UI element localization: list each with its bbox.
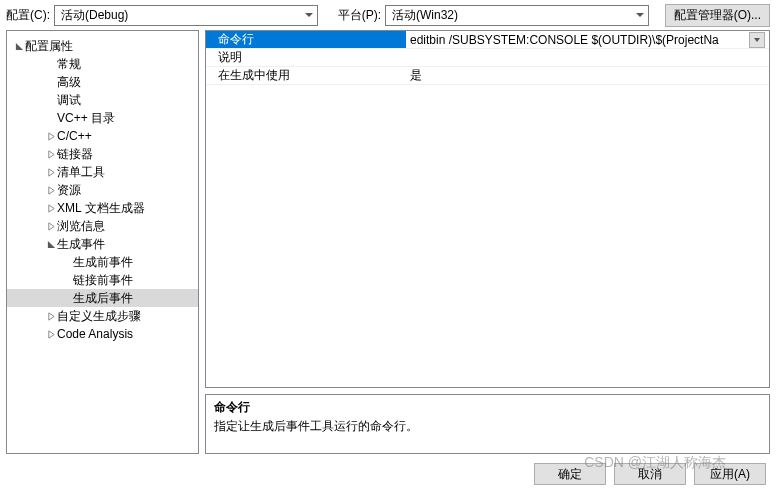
- apply-button[interactable]: 应用(A): [694, 463, 766, 485]
- svg-marker-5: [48, 204, 53, 211]
- platform-combo[interactable]: 活动(Win32): [385, 5, 649, 26]
- tree-item-label: 生成事件: [57, 235, 105, 253]
- svg-marker-7: [47, 240, 54, 247]
- ok-button[interactable]: 确定: [534, 463, 606, 485]
- tree-item-label: Code Analysis: [57, 325, 133, 343]
- config-manager-button[interactable]: 配置管理器(O)...: [665, 4, 770, 27]
- tree-spacer: [45, 76, 57, 88]
- tree-item[interactable]: 常规: [7, 55, 198, 73]
- tree-item-label: 资源: [57, 181, 81, 199]
- tree-item-label: XML 文档生成器: [57, 199, 145, 217]
- tree-item-label: 链接前事件: [73, 271, 133, 289]
- svg-marker-4: [48, 186, 53, 193]
- property-grid[interactable]: 命令行editbin /SUBSYSTEM:CONSOLE $(OUTDIR)\…: [205, 30, 770, 388]
- description-box: 命令行 指定让生成后事件工具运行的命令行。: [205, 394, 770, 454]
- tree-item[interactable]: 生成事件: [7, 235, 198, 253]
- grid-cell-value[interactable]: 是: [406, 67, 769, 84]
- tree-item[interactable]: 生成后事件: [7, 289, 198, 307]
- tree-item-label: 调试: [57, 91, 81, 109]
- description-title: 命令行: [214, 399, 761, 416]
- tree-item-root[interactable]: 配置属性: [7, 37, 198, 55]
- tree-item[interactable]: VC++ 目录: [7, 109, 198, 127]
- tree-item-label: 高级: [57, 73, 81, 91]
- tree-item-label: 配置属性: [25, 37, 73, 55]
- grid-cell-name: 说明: [206, 49, 406, 66]
- svg-marker-1: [48, 132, 53, 139]
- tree-item[interactable]: 清单工具: [7, 163, 198, 181]
- chevron-down-icon: [754, 38, 760, 42]
- tree-item-label: 清单工具: [57, 163, 105, 181]
- triangle-closed-icon[interactable]: [45, 202, 57, 214]
- grid-row[interactable]: 命令行editbin /SUBSYSTEM:CONSOLE $(OUTDIR)\…: [206, 31, 769, 49]
- tree-item[interactable]: 资源: [7, 181, 198, 199]
- chevron-down-icon: [305, 13, 313, 17]
- grid-cell-name: 命令行: [206, 31, 406, 48]
- triangle-closed-icon[interactable]: [45, 148, 57, 160]
- tree-spacer: [61, 256, 73, 268]
- tree-item[interactable]: 链接前事件: [7, 271, 198, 289]
- tree-item-label: 链接器: [57, 145, 93, 163]
- tree-item[interactable]: 生成前事件: [7, 253, 198, 271]
- triangle-closed-icon[interactable]: [45, 310, 57, 322]
- tree-spacer: [45, 58, 57, 70]
- grid-row[interactable]: 在生成中使用是: [206, 67, 769, 85]
- triangle-closed-icon[interactable]: [45, 130, 57, 142]
- tree-spacer: [45, 94, 57, 106]
- description-text: 指定让生成后事件工具运行的命令行。: [214, 418, 761, 435]
- tree-spacer: [61, 292, 73, 304]
- grid-value-text: editbin /SUBSYSTEM:CONSOLE $(OUTDIR)\$(P…: [410, 33, 719, 47]
- dialog-footer: 确定 取消 应用(A): [0, 454, 776, 494]
- grid-value-text: 是: [410, 67, 422, 84]
- config-combo[interactable]: 活动(Debug): [54, 5, 318, 26]
- triangle-closed-icon[interactable]: [45, 166, 57, 178]
- tree-spacer: [61, 274, 73, 286]
- grid-cell-value[interactable]: [406, 49, 769, 66]
- triangle-open-icon: [13, 40, 25, 52]
- config-value: 活动(Debug): [61, 7, 128, 24]
- tree-panel[interactable]: 配置属性常规高级调试VC++ 目录C/C++链接器清单工具资源XML 文档生成器…: [6, 30, 199, 454]
- tree-item-label: C/C++: [57, 127, 92, 145]
- tree-item[interactable]: Code Analysis: [7, 325, 198, 343]
- toolbar: 配置(C): 活动(Debug) 平台(P): 活动(Win32) 配置管理器(…: [0, 0, 776, 30]
- tree-item-label: 生成后事件: [73, 289, 133, 307]
- tree-item[interactable]: 浏览信息: [7, 217, 198, 235]
- chevron-down-icon: [636, 13, 644, 17]
- svg-marker-2: [48, 150, 53, 157]
- tree-item[interactable]: 自定义生成步骤: [7, 307, 198, 325]
- svg-marker-9: [48, 330, 53, 337]
- triangle-open-icon[interactable]: [45, 238, 57, 250]
- tree-item[interactable]: XML 文档生成器: [7, 199, 198, 217]
- platform-value: 活动(Win32): [392, 7, 458, 24]
- config-label: 配置(C):: [6, 7, 50, 24]
- svg-marker-8: [48, 312, 53, 319]
- grid-cell-value[interactable]: editbin /SUBSYSTEM:CONSOLE $(OUTDIR)\$(P…: [406, 31, 769, 48]
- grid-cell-name: 在生成中使用: [206, 67, 406, 84]
- tree-item-label: 浏览信息: [57, 217, 105, 235]
- tree-item-label: 常规: [57, 55, 81, 73]
- tree-item-label: 自定义生成步骤: [57, 307, 141, 325]
- triangle-closed-icon[interactable]: [45, 184, 57, 196]
- svg-marker-3: [48, 168, 53, 175]
- triangle-closed-icon[interactable]: [45, 220, 57, 232]
- tree-item-label: 生成前事件: [73, 253, 133, 271]
- triangle-closed-icon[interactable]: [45, 328, 57, 340]
- grid-row[interactable]: 说明: [206, 49, 769, 67]
- platform-label: 平台(P):: [338, 7, 381, 24]
- tree-spacer: [45, 112, 57, 124]
- tree-item[interactable]: 调试: [7, 91, 198, 109]
- svg-marker-0: [15, 42, 22, 49]
- tree-item[interactable]: 链接器: [7, 145, 198, 163]
- cancel-button[interactable]: 取消: [614, 463, 686, 485]
- svg-marker-6: [48, 222, 53, 229]
- dropdown-button[interactable]: [749, 32, 765, 48]
- tree-item-label: VC++ 目录: [57, 109, 115, 127]
- tree-item[interactable]: 高级: [7, 73, 198, 91]
- tree-item[interactable]: C/C++: [7, 127, 198, 145]
